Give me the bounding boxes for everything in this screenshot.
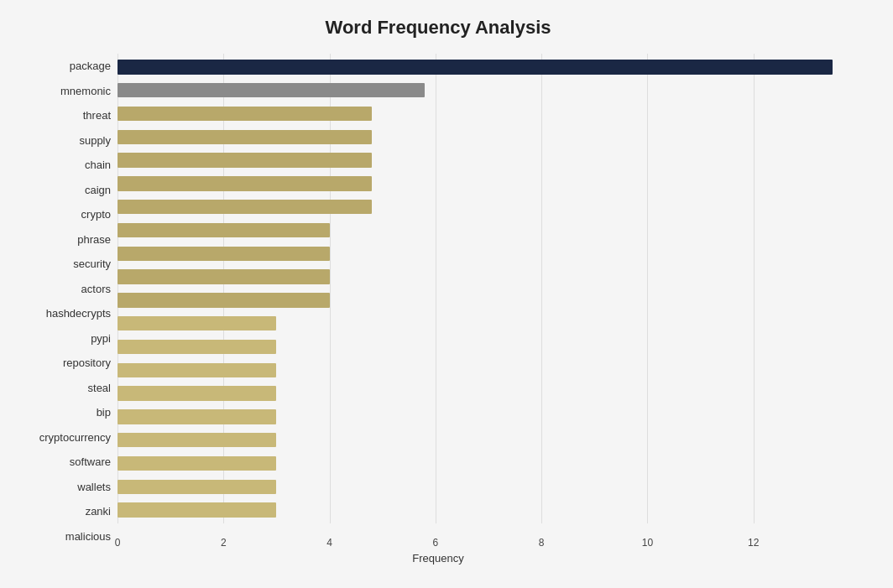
bar-row [118, 336, 859, 359]
bar-row [118, 358, 859, 382]
y-label: bip [97, 407, 111, 418]
bar [118, 456, 276, 471]
bar-row [118, 382, 859, 405]
bar [118, 316, 276, 330]
x-tick-label: 6 [433, 537, 439, 549]
x-tick-label: 12 [748, 537, 759, 549]
bar [118, 269, 330, 284]
bar-row [118, 265, 859, 289]
bars-wrapper [118, 54, 859, 523]
bar-row [118, 79, 859, 102]
bar [118, 480, 276, 494]
y-label: hashdecrypts [46, 308, 111, 319]
chart-container: Word Frequency Analysis packagemnemonict… [0, 0, 893, 588]
y-label: caign [85, 185, 111, 195]
bar-row [118, 475, 859, 498]
bar-row [118, 405, 859, 429]
x-tick-label: 10 [642, 537, 653, 549]
bar-row [118, 219, 859, 242]
y-label: threat [83, 110, 111, 121]
bar [118, 340, 276, 354]
y-label: malicious [65, 531, 111, 542]
bar [118, 223, 330, 237]
bar-row [118, 125, 859, 148]
y-label: mnemonic [60, 86, 111, 96]
bar-row [118, 289, 859, 312]
bar-row [118, 242, 859, 265]
bar [118, 130, 372, 144]
x-tick-label: 4 [326, 537, 332, 549]
bar-row [118, 102, 859, 126]
y-label: software [70, 456, 111, 467]
bar [118, 153, 372, 167]
x-tick-label: 0 [115, 537, 121, 549]
bar [118, 363, 276, 377]
y-label: cryptocurrency [39, 432, 111, 443]
x-tick-label: 2 [221, 537, 227, 549]
bar-row [118, 498, 859, 522]
bar [118, 107, 372, 121]
bar [118, 502, 276, 517]
bar-row [118, 148, 859, 172]
x-axis-labels: 024681012 [118, 523, 859, 549]
y-label: chain [85, 159, 111, 170]
bar-row [118, 172, 859, 195]
y-label: repository [63, 357, 111, 368]
bar [118, 60, 833, 74]
y-label: phrase [77, 234, 111, 245]
y-label: package [70, 60, 111, 71]
x-axis-title: Frequency [17, 552, 859, 565]
y-axis: packagemnemonicthreatsupplychaincaigncry… [17, 54, 118, 549]
x-tick-label: 8 [539, 537, 545, 549]
y-label: pypi [91, 333, 111, 344]
bar [118, 293, 330, 307]
y-label: zanki [86, 506, 111, 517]
y-label: supply [79, 135, 111, 146]
bar [118, 83, 425, 97]
bar [118, 409, 276, 424]
bar-row [118, 195, 859, 219]
bar [118, 200, 372, 214]
bar [118, 433, 276, 447]
y-label: wallets [77, 481, 111, 492]
y-label: security [73, 258, 111, 269]
plot-area: 024681012 [118, 54, 859, 549]
bar-row [118, 452, 859, 476]
bar [118, 386, 276, 400]
bar [118, 247, 330, 261]
y-label: actors [81, 284, 111, 294]
chart-area: packagemnemonicthreatsupplychaincaigncry… [17, 54, 859, 549]
chart-title: Word Frequency Analysis [17, 17, 859, 39]
y-label: crypto [81, 209, 111, 220]
bar [118, 176, 372, 190]
bar-row [118, 429, 859, 452]
y-label: steal [88, 382, 111, 393]
bar-row [118, 312, 859, 336]
bar-row [118, 55, 859, 79]
